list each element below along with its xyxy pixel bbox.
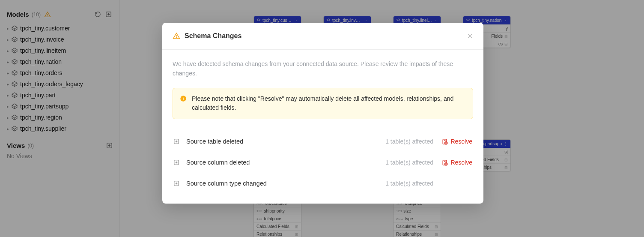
alert-box: Please note that clicking "Resolve" may … — [173, 88, 473, 119]
svg-rect-37 — [183, 98, 183, 100]
resolve-button[interactable]: Resolve — [440, 159, 472, 166]
alert-text: Please note that clicking "Resolve" may … — [192, 94, 466, 113]
resolve-icon — [441, 138, 448, 145]
change-list: Source table deleted 1 table(s) affected… — [173, 131, 473, 194]
change-label: Source column type changed — [186, 180, 267, 187]
svg-rect-38 — [183, 97, 183, 97]
resolve-icon — [441, 159, 448, 166]
change-label: Source column deleted — [186, 159, 250, 166]
modal-description: We have detected schema changes from you… — [173, 59, 473, 78]
resolve-label: Resolve — [450, 159, 472, 166]
change-affected: 1 table(s) affected — [385, 159, 433, 166]
resolve-button[interactable]: Resolve — [440, 138, 472, 145]
resolve-label: Resolve — [450, 138, 472, 145]
modal-header: Schema Changes — [162, 23, 483, 50]
svg-point-33 — [176, 37, 177, 38]
expand-icon[interactable] — [173, 138, 179, 144]
expand-icon[interactable] — [173, 180, 179, 186]
modal-body: We have detected schema changes from you… — [162, 50, 483, 204]
app-root: Models (10) ▸ tpch_tiny.customer ▸ tpch_… — [0, 0, 644, 237]
change-item: Source column type changed 1 table(s) af… — [173, 173, 473, 194]
change-item: Source column deleted 1 table(s) affecte… — [173, 152, 473, 173]
change-label: Source table deleted — [186, 138, 243, 145]
change-affected: 1 table(s) affected — [385, 138, 433, 145]
schema-changes-modal: Schema Changes We have detected schema c… — [162, 23, 483, 204]
warning-icon — [173, 32, 180, 40]
info-icon — [180, 95, 187, 113]
change-affected: 1 table(s) affected — [385, 180, 433, 187]
change-item: Source table deleted 1 table(s) affected… — [173, 131, 473, 152]
modal-title: Schema Changes — [185, 32, 463, 40]
close-icon[interactable] — [467, 33, 473, 39]
expand-icon[interactable] — [173, 159, 179, 165]
